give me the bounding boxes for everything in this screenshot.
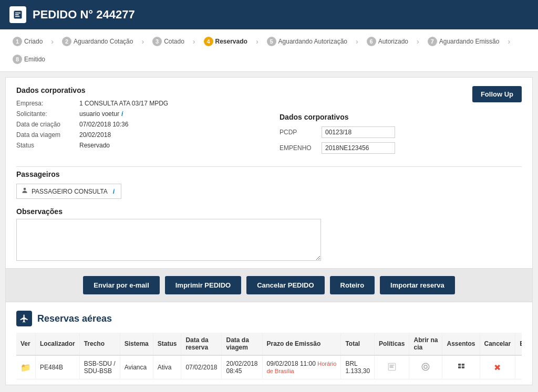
actions-bar: Enviar por e-mail Imprimir PEDIDO Cancel… <box>6 268 532 302</box>
step-2-label: Aguardando Cotação <box>74 38 133 45</box>
col-emitir: Emitir <box>515 333 522 355</box>
main-content: Dados corporativos Empresa: 1 CONSULTA A… <box>5 77 533 385</box>
col-assentos: Assentos <box>442 333 480 355</box>
data-viagem-label: Data da viagem <box>16 131 79 139</box>
step-6-label: Autorizado <box>378 38 408 45</box>
step-5[interactable]: 5 Aguardando Autorização <box>263 35 351 48</box>
pcdp-input[interactable] <box>322 126 395 138</box>
svg-rect-3 <box>15 16 19 17</box>
passenger-item: PASSAGEIRO CONSULTA i <box>16 184 121 199</box>
step-1[interactable]: 1 Criado <box>8 35 47 48</box>
dados-corporativos-left-title: Dados corporativos <box>16 86 258 94</box>
reservas-header: Reservas aéreas <box>16 311 522 326</box>
step-1-label: Criado <box>24 38 43 45</box>
observacoes-section: Observações <box>6 204 532 268</box>
step-4[interactable]: 4 Reservado <box>200 35 252 48</box>
enviar-email-button[interactable]: Enviar por e-mail <box>83 276 159 294</box>
cell-data-reserva: 07/02/2018 <box>181 355 222 379</box>
empresa-label: Empresa: <box>16 100 79 107</box>
passenger-info-icon[interactable]: i <box>113 188 115 195</box>
col-prazo: Prazo de Emissão <box>262 333 341 355</box>
step-2[interactable]: 2 Aguardando Cotação <box>58 35 137 48</box>
observacoes-textarea[interactable] <box>16 219 321 261</box>
pcdp-row: PCDP <box>280 126 522 138</box>
solicitante-label: Solicitante: <box>16 110 79 118</box>
page-header: PEDIDO N° 244277 <box>0 0 538 29</box>
svg-point-10 <box>424 365 427 368</box>
cell-status: Ativa <box>153 355 181 379</box>
col-trecho: Trecho <box>79 333 120 355</box>
cell-cancelar[interactable]: ✖ <box>480 355 515 379</box>
cell-emitir[interactable] <box>515 355 522 379</box>
svg-rect-1 <box>15 13 20 14</box>
dados-corporativos-right: Follow Up Dados corporativos PCDP EMPENH… <box>280 86 522 158</box>
abrir-icon[interactable] <box>421 366 430 373</box>
step-3[interactable]: 3 Cotado <box>148 35 189 48</box>
cancelar-button[interactable]: Cancelar PEDIDO <box>246 276 324 294</box>
importar-button[interactable]: Importar reserva <box>380 276 455 294</box>
cancelar-icon[interactable]: ✖ <box>494 363 501 372</box>
table-row: 📁 PE484B BSB-SDU /SDU-BSB Avianca Ativa … <box>16 355 522 379</box>
corporate-right-fields: Dados corporativos PCDP EMPENHO <box>280 108 522 158</box>
step-7[interactable]: 7 Aguardando Emissão <box>423 35 504 48</box>
reservas-table-wrap: Ver Localizador Trecho Sistema Status Da… <box>16 333 522 379</box>
followup-button[interactable]: Follow Up <box>472 86 522 102</box>
reservas-aereas-section: Reservas aéreas Ver Localizador Trecho S… <box>6 302 532 385</box>
cell-total: BRL1.133,30 <box>341 355 375 379</box>
col-cancelar: Cancelar <box>480 333 515 355</box>
step-5-label: Aguardando Autorização <box>278 38 347 45</box>
cell-abrir[interactable] <box>409 355 442 379</box>
cell-politicas[interactable] <box>375 355 409 379</box>
empenho-row: EMPENHO <box>280 142 522 154</box>
svg-rect-7 <box>389 366 393 366</box>
step-8-num: 8 <box>13 55 22 64</box>
svg-rect-12 <box>461 364 464 366</box>
reservas-table: Ver Localizador Trecho Sistema Status Da… <box>16 333 522 379</box>
dados-corporativos-left: Dados corporativos Empresa: 1 CONSULTA A… <box>16 86 258 152</box>
folder-icon[interactable]: 📁 <box>20 363 31 372</box>
cell-trecho: BSB-SDU /SDU-BSB <box>79 355 120 379</box>
col-total: Total <box>341 333 375 355</box>
step-8-label: Emitido <box>24 56 45 63</box>
status-value: Reservado <box>79 142 110 149</box>
col-localizador: Localizador <box>36 333 80 355</box>
step-8[interactable]: 8 Emitido <box>8 52 49 66</box>
data-criacao-label: Data de criação <box>16 121 79 128</box>
svg-point-4 <box>24 188 26 190</box>
passenger-name: PASSAGEIRO CONSULTA <box>32 188 108 195</box>
solicitante-info-icon[interactable]: i <box>121 110 123 118</box>
col-abrir: Abrir nacia <box>409 333 442 355</box>
svg-rect-6 <box>389 365 394 365</box>
plane-icon <box>16 311 32 326</box>
empresa-value: 1 CONSULTA ATA 03/17 MPDG <box>79 100 168 107</box>
imprimir-button[interactable]: Imprimir PEDIDO <box>165 276 241 294</box>
col-data-reserva: Data dareserva <box>181 333 222 355</box>
svg-rect-11 <box>458 364 461 366</box>
solicitante-value: usuario voetur i <box>79 110 123 118</box>
cell-ver[interactable]: 📁 <box>16 355 36 379</box>
politicas-icon[interactable] <box>387 366 397 373</box>
step-7-num: 7 <box>428 37 437 46</box>
cell-assentos[interactable] <box>442 355 480 379</box>
roteiro-button[interactable]: Roteiro <box>330 276 375 294</box>
table-header-row: Ver Localizador Trecho Sistema Status Da… <box>16 333 522 355</box>
col-ver: Ver <box>16 333 36 355</box>
horario-link[interactable]: Horáriode Brasília <box>267 361 337 374</box>
cell-localizador: PE484B <box>36 355 80 379</box>
cell-prazo: 09/02/2018 11:00 Horáriode Brasília <box>262 355 341 379</box>
col-data-viagem: Data daviagem <box>222 333 262 355</box>
step-6-num: 6 <box>367 37 376 46</box>
step-2-num: 2 <box>62 37 71 46</box>
step-6[interactable]: 6 Autorizado <box>363 35 412 48</box>
empresa-row: Empresa: 1 CONSULTA ATA 03/17 MPDG <box>16 100 258 107</box>
svg-rect-14 <box>461 366 464 368</box>
empenho-input[interactable] <box>322 142 395 154</box>
data-viagem-value: 20/02/2018 <box>79 131 111 139</box>
svg-rect-2 <box>15 14 19 15</box>
svg-rect-8 <box>389 367 394 367</box>
svg-point-9 <box>422 363 430 370</box>
assentos-icon[interactable] <box>457 366 466 373</box>
passageiros-section: Passageiros PASSAGEIRO CONSULTA i <box>6 167 532 204</box>
step-7-label: Aguardando Emissão <box>439 38 500 45</box>
status-row: Status Reservado <box>16 142 258 149</box>
